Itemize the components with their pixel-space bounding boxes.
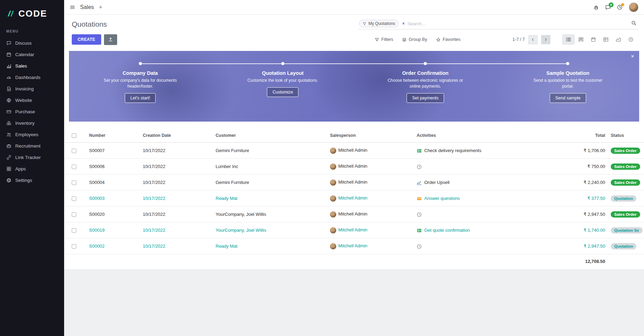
dashboards-icon bbox=[6, 75, 11, 80]
employees-icon bbox=[6, 132, 11, 137]
debug-bug-icon[interactable] bbox=[593, 5, 599, 10]
row-checkbox[interactable] bbox=[72, 244, 76, 249]
row-checkbox[interactable] bbox=[72, 212, 76, 217]
sidebar-item-settings[interactable]: Settings bbox=[0, 175, 64, 186]
activity-label[interactable]: Get quote confirmation bbox=[424, 228, 470, 233]
list-view-button[interactable] bbox=[562, 34, 575, 45]
quotations-table: Number Creation Date Customer Salesperso… bbox=[64, 129, 644, 269]
activity-view-button[interactable] bbox=[625, 34, 637, 45]
salesperson-avatar bbox=[330, 211, 336, 218]
customer-name: Gemini Furniture bbox=[216, 148, 249, 153]
close-icon[interactable]: × bbox=[631, 53, 634, 60]
sidebar-item-recruitment[interactable]: Recruitment bbox=[0, 140, 64, 152]
messages-icon[interactable]: 5 bbox=[605, 5, 611, 10]
row-checkbox[interactable] bbox=[72, 149, 76, 153]
calendar-view-icon bbox=[591, 37, 596, 42]
sidebar-item-label: Dashboards bbox=[15, 75, 41, 80]
sidebar-item-dashboards[interactable]: Dashboards bbox=[0, 72, 64, 83]
creation-date: 10/17/2022 bbox=[143, 196, 165, 201]
column-header-salesperson[interactable]: Salesperson bbox=[327, 129, 414, 143]
search-bar[interactable]: My Quotations × bbox=[358, 19, 638, 29]
table-row[interactable]: S00020 10/17/2022 YourCompany, Joel Will… bbox=[64, 206, 644, 222]
sidebar-item-sales[interactable]: Sales bbox=[0, 60, 64, 72]
sidebar-item-employees[interactable]: Employees bbox=[0, 129, 64, 140]
row-checkbox[interactable] bbox=[72, 196, 76, 201]
send-sample-button[interactable]: Send sample bbox=[550, 93, 586, 103]
search-facet[interactable]: My Quotations bbox=[359, 20, 399, 27]
sidebar-item-calendar[interactable]: Calendar bbox=[0, 49, 64, 60]
chevron-right-icon bbox=[544, 38, 548, 42]
row-checkbox[interactable] bbox=[72, 180, 76, 185]
upload-button[interactable] bbox=[104, 34, 117, 45]
sidebar-item-discuss[interactable]: Discuss bbox=[0, 37, 64, 49]
sidebar: CODE MENU Discuss Calendar Sales Dashboa… bbox=[0, 0, 64, 336]
activity-grid-icon[interactable] bbox=[417, 228, 422, 233]
sidebar-item-label: Settings bbox=[15, 178, 32, 183]
table-row[interactable]: S00004 10/17/2022 Gemini Furniture Mitch… bbox=[64, 175, 644, 191]
salesperson-name: Mitchell Admin bbox=[338, 195, 367, 201]
set-payments-button[interactable]: Set payments bbox=[407, 93, 444, 103]
search-icon[interactable] bbox=[631, 20, 636, 27]
table-row[interactable]: S00003 10/17/2022 Ready Mat Mitchell Adm… bbox=[64, 191, 644, 206]
kanban-view-button[interactable] bbox=[575, 34, 587, 45]
activity-envelope-icon[interactable] bbox=[417, 196, 422, 201]
pager-previous-button[interactable] bbox=[528, 35, 538, 44]
activity-label[interactable]: Check delivery requirements bbox=[424, 148, 481, 153]
sidebar-item-link-tracker[interactable]: Link Tracker bbox=[0, 152, 64, 163]
activity-clock-icon[interactable] bbox=[417, 244, 422, 249]
app-title[interactable]: Sales bbox=[80, 4, 94, 10]
creation-date: 10/17/2022 bbox=[143, 180, 165, 185]
column-header-number[interactable]: Number bbox=[86, 129, 140, 143]
salesperson-avatar bbox=[330, 148, 336, 154]
pivot-view-button[interactable] bbox=[600, 34, 612, 45]
group-by-button[interactable]: Group By bbox=[402, 37, 427, 42]
upload-icon bbox=[108, 37, 113, 42]
search-input[interactable] bbox=[407, 21, 628, 26]
apps-icon bbox=[6, 166, 11, 171]
column-header-creation-date[interactable]: Creation Date bbox=[140, 129, 213, 143]
plus-icon[interactable]: + bbox=[99, 4, 103, 10]
activity-label[interactable]: Order Upsell bbox=[424, 180, 450, 185]
sidebar-item-apps[interactable]: Apps bbox=[0, 163, 64, 175]
calendar-view-button[interactable] bbox=[587, 34, 600, 45]
select-all-checkbox[interactable] bbox=[72, 133, 76, 138]
salesperson-avatar bbox=[330, 227, 336, 233]
table-row[interactable]: S00019 10/17/2022 YourCompany, Joel Will… bbox=[64, 222, 644, 238]
activity-clock-icon[interactable] bbox=[417, 212, 422, 217]
facet-remove-icon[interactable]: × bbox=[402, 21, 404, 26]
filter-icon bbox=[375, 37, 379, 42]
column-header-status[interactable]: Status bbox=[608, 129, 644, 143]
activity-chart-icon[interactable] bbox=[417, 180, 422, 185]
activity-grid-icon[interactable] bbox=[417, 148, 422, 153]
filters-button[interactable]: Filters bbox=[375, 37, 393, 42]
lets-start-button[interactable]: Let's start! bbox=[125, 93, 156, 103]
sidebar-item-inventory[interactable]: Inventory bbox=[0, 117, 64, 129]
discuss-icon bbox=[6, 41, 11, 46]
app-logo[interactable]: CODE bbox=[0, 0, 64, 29]
activity-clock-icon[interactable] bbox=[417, 164, 422, 169]
activities-clock-icon[interactable] bbox=[617, 5, 623, 10]
row-checkbox[interactable] bbox=[72, 228, 76, 233]
graph-view-button[interactable] bbox=[612, 34, 625, 45]
sidebar-item-invoicing[interactable]: Invoicing bbox=[0, 83, 64, 95]
column-header-total[interactable]: Total bbox=[559, 129, 608, 143]
activities-alert-dot bbox=[621, 3, 624, 6]
pager-next-button[interactable] bbox=[541, 35, 550, 44]
purchase-icon bbox=[6, 109, 11, 114]
create-button[interactable]: CREATE bbox=[72, 34, 101, 45]
sidebar-item-purchase[interactable]: Purchase bbox=[0, 106, 64, 117]
table-row[interactable]: S00002 10/17/2022 Ready Mat Mitchell Adm… bbox=[64, 238, 644, 254]
customize-button[interactable]: Customize bbox=[267, 87, 298, 97]
column-header-activities[interactable]: Activities bbox=[414, 129, 559, 143]
hamburger-menu-icon[interactable] bbox=[70, 5, 75, 10]
app-window: CODE MENU Discuss Calendar Sales Dashboa… bbox=[0, 0, 644, 336]
column-header-customer[interactable]: Customer bbox=[213, 129, 327, 143]
favorites-button[interactable]: Favorites bbox=[436, 37, 460, 42]
user-avatar[interactable] bbox=[629, 2, 638, 12]
table-row[interactable]: S00007 10/17/2022 Gemini Furniture Mitch… bbox=[64, 143, 644, 159]
table-row[interactable]: S00006 10/17/2022 Lumber Inc Mitchell Ad… bbox=[64, 159, 644, 175]
logo-text: CODE bbox=[18, 8, 47, 19]
sidebar-item-website[interactable]: Website bbox=[0, 95, 64, 106]
activity-label[interactable]: Answer questions bbox=[424, 196, 460, 201]
row-checkbox[interactable] bbox=[72, 165, 76, 169]
